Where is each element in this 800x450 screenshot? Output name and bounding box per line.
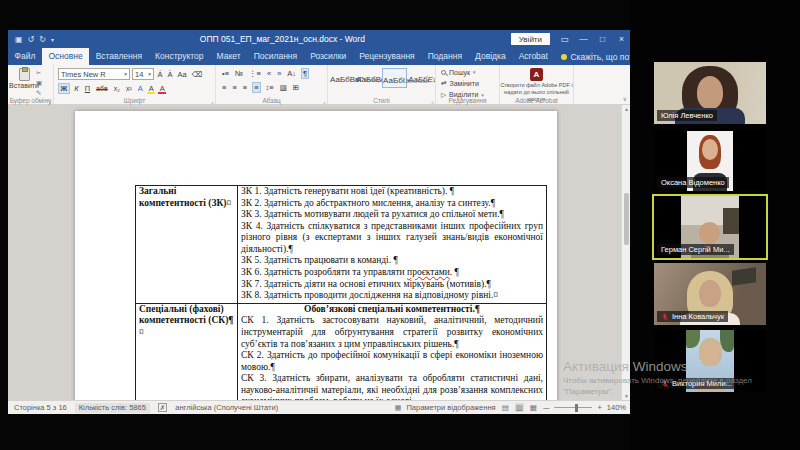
font-size-select[interactable]: 14▾ [132, 68, 154, 80]
bold-button[interactable]: Ж [58, 83, 70, 94]
replace-button[interactable]: ⇄Замінити [441, 79, 499, 87]
sort-icon[interactable]: А↓ [286, 69, 297, 78]
participant-name-label: Оксана Відоменко [657, 177, 729, 188]
row-heading: Спеціальні (фахові) компетентності (СК)¶ [139, 304, 233, 326]
zoom-in-button[interactable]: + [597, 403, 601, 412]
align-left-icon[interactable]: ≡ [221, 83, 227, 92]
shrink-font-button[interactable]: А̀ [166, 70, 174, 79]
proofing-errors-icon[interactable]: ✗ [158, 403, 167, 413]
multilevel-list-icon[interactable]: ⋮≡ [248, 69, 262, 78]
ribbon-display-options-icon[interactable]: ▭ [556, 34, 573, 44]
numbering-icon[interactable]: № [234, 69, 244, 78]
participant-name-label: Герман Сергій Ми... [657, 244, 734, 255]
tab-view[interactable]: Подання [421, 48, 468, 65]
doc-line: ЗК 2. Здатність до абстрактного мислення… [241, 198, 543, 210]
read-mode-icon[interactable]: ▤ [501, 403, 510, 412]
print-layout-icon[interactable]: ▥ [515, 403, 524, 412]
strikethrough-button[interactable]: абв [95, 85, 110, 92]
page-indicator[interactable]: Сторінка 5 з 16 [14, 403, 67, 412]
copy-icon[interactable]: ▣ [36, 79, 42, 87]
web-layout-icon[interactable]: ▦ [529, 403, 538, 412]
language-indicator[interactable]: англійська (Сполучені Штати) [175, 403, 278, 412]
competencies-table: Загальні компетентності (ЗК)¤ ЗК 1. Здат… [135, 185, 547, 400]
scrollbar-thumb[interactable] [624, 193, 629, 245]
tab-references[interactable]: Посилання [247, 48, 304, 65]
ribbon-tabs: Файл Основне Вставлення Конструктор Маке… [8, 48, 630, 65]
text-effects-button[interactable]: А [136, 84, 144, 93]
display-settings-button[interactable]: Параметри відображення [406, 403, 495, 412]
shading-icon[interactable]: ▨ [279, 83, 288, 92]
tab-layout[interactable]: Макет [210, 48, 247, 65]
highlight-color-button[interactable]: А [147, 84, 155, 93]
align-right-icon[interactable]: ≡ [242, 83, 248, 92]
participant-tile[interactable]: Оксана Відоменко [654, 129, 766, 191]
participant-tile[interactable]: Інна Ковальчук [654, 263, 766, 325]
sign-in-button[interactable]: Увійти [511, 33, 550, 45]
doc-subtitle: Обов’язкові спеціальні компетентності.¶ [241, 304, 543, 316]
word-count[interactable]: Кількість слів: 5865 [75, 403, 150, 413]
superscript-button[interactable]: x² [124, 85, 133, 92]
tab-design[interactable]: Конструктор [149, 48, 210, 65]
grow-font-button[interactable]: А́ [156, 70, 164, 79]
tab-review[interactable]: Рецензування [353, 48, 421, 65]
font-dialog-launcher[interactable]: ⌟ [211, 97, 214, 104]
underline-button[interactable]: П [83, 84, 91, 93]
change-case-button[interactable]: Аа [176, 70, 188, 79]
align-center-icon[interactable]: ≡ [231, 83, 237, 92]
styles-dialog-launcher[interactable]: ⌟ [431, 97, 434, 104]
style-item[interactable]: АаБбІЗаголово... [382, 68, 407, 88]
tab-acrobat[interactable]: Acrobat [512, 48, 554, 65]
paste-button[interactable]: Вставити [13, 68, 35, 96]
borders-icon[interactable]: ⊞ [292, 83, 300, 92]
collapse-ribbon-icon[interactable]: ∨ [623, 95, 627, 102]
bullets-icon[interactable]: •≡ [221, 69, 230, 78]
undo-icon[interactable]: ↺ [28, 35, 35, 44]
ribbon: Вставити ✂ ▣ ✎ Буфер обміну ⌟ Times New … [8, 65, 630, 105]
zoom-level[interactable]: 140% [607, 403, 626, 412]
minimize-button[interactable]: — [575, 34, 592, 44]
paragraph-dialog-launcher[interactable]: ⌟ [323, 97, 326, 104]
participant-tile[interactable]: Юлія Левченко [654, 62, 766, 124]
zoom-slider-thumb[interactable] [575, 404, 578, 412]
maximize-button[interactable]: □ [594, 34, 611, 44]
replace-icon: ⇄ [441, 79, 446, 87]
show-marks-button[interactable]: ¶ [301, 68, 309, 79]
vertical-scrollbar[interactable]: ▲ ▼ [621, 105, 630, 400]
font-name-select[interactable]: Times New R▾ [58, 68, 130, 80]
display-settings-icon: ▦ [395, 404, 402, 412]
zoom-out-button[interactable]: — [543, 404, 550, 411]
line-spacing-icon[interactable]: ↕≡ [265, 83, 275, 92]
style-item[interactable]: АаБбВеІЗвичайн... [356, 68, 381, 88]
scroll-up-icon[interactable]: ▲ [622, 106, 630, 112]
font-color-button[interactable]: А [158, 84, 166, 93]
italic-button[interactable]: К [73, 84, 80, 93]
redo-icon[interactable]: ↻ [39, 35, 46, 44]
cut-icon[interactable]: ✂ [36, 69, 42, 77]
decrease-indent-icon[interactable]: « [266, 69, 272, 78]
increase-indent-icon[interactable]: » [276, 69, 282, 78]
tab-mailings[interactable]: Розсилки [304, 48, 353, 65]
save-icon[interactable]: ▣ [15, 35, 23, 44]
participant-tile[interactable]: Виктория Мили... [654, 330, 766, 392]
justify-icon[interactable]: ≡ [252, 82, 260, 93]
document-canvas[interactable]: Загальні компетентності (ЗК)¤ ЗК 1. Здат… [8, 105, 630, 400]
zoom-slider[interactable] [554, 407, 592, 408]
find-button[interactable]: Пошук▾ [441, 69, 499, 76]
tab-insert[interactable]: Вставлення [89, 48, 148, 65]
participant-name-label: Інна Ковальчук [657, 311, 728, 322]
clear-formatting-icon[interactable]: ⌫ [190, 70, 204, 79]
style-item[interactable]: АаБбЕЗаголово... [408, 68, 433, 88]
participant-tile-active-speaker[interactable]: Герман Сергій Ми... [654, 196, 766, 258]
tab-file[interactable]: Файл [8, 48, 42, 65]
adobe-pdf-icon: A [530, 68, 543, 81]
misspelled-word: проєктами [407, 267, 450, 277]
tab-help[interactable]: Довідка [469, 48, 513, 65]
paragraph-group: •≡ № ⋮≡ « » А↓ ¶ ≡ ≡ ≡ ≡ ↕≡ ▨ ⊞ Абз [216, 65, 328, 104]
scroll-down-icon[interactable]: ▼ [622, 393, 630, 399]
close-button[interactable]: × [613, 34, 630, 44]
document-page[interactable]: Загальні компетентності (ЗК)¤ ЗК 1. Здат… [75, 111, 557, 400]
subscript-button[interactable]: x₂ [112, 85, 121, 92]
tab-home[interactable]: Основне [42, 48, 89, 65]
style-item[interactable]: АаБбВвГАбзац сп... [330, 68, 355, 88]
clipboard-dialog-launcher[interactable]: ⌟ [49, 97, 52, 104]
